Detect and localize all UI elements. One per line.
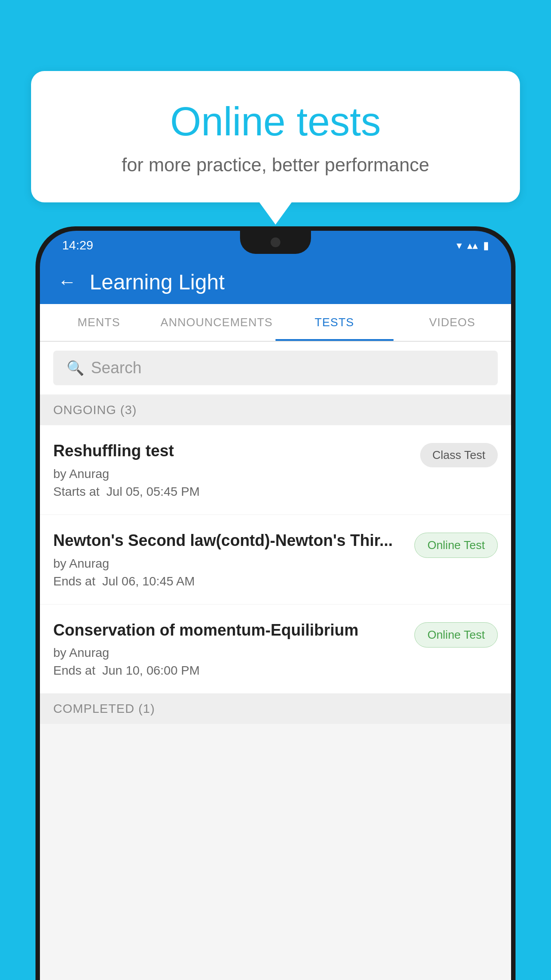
ongoing-section-header: ONGOING (3): [40, 395, 511, 425]
screen-content: MENTS ANNOUNCEMENTS TESTS VIDEOS 🔍 Searc…: [40, 304, 511, 980]
speech-bubble: Online tests for more practice, better p…: [31, 71, 520, 202]
test-date-2: Ends at Jul 06, 10:45 AM: [53, 574, 405, 589]
speech-bubble-subtitle: for more practice, better performance: [67, 154, 484, 176]
test-name-2: Newton's Second law(contd)-Newton's Thir…: [53, 530, 405, 551]
test-name-3: Conservation of momentum-Equilibrium: [53, 620, 405, 641]
wifi-icon: ▾: [457, 239, 462, 252]
test-badge-3: Online Test: [414, 622, 498, 648]
battery-icon: ▮: [483, 239, 489, 252]
status-time: 14:29: [62, 238, 93, 253]
status-icons: ▾ ▴▴ ▮: [457, 239, 489, 252]
completed-section-header: COMPLETED (1): [40, 694, 511, 724]
search-input[interactable]: Search: [91, 359, 142, 377]
status-bar: 14:29 ▾ ▴▴ ▮: [40, 231, 511, 260]
search-bar[interactable]: 🔍 Search: [53, 351, 498, 385]
back-button[interactable]: ←: [58, 271, 76, 292]
test-item[interactable]: Reshuffling test by Anurag Starts at Jul…: [40, 425, 511, 515]
app-title: Learning Light: [90, 270, 224, 294]
signal-icon: ▴▴: [467, 239, 478, 252]
search-container: 🔍 Search: [40, 342, 511, 394]
test-badge-2: Online Test: [414, 533, 498, 558]
test-by-2: by Anurag: [53, 557, 405, 571]
test-info-1: Reshuffling test by Anurag Starts at Jul…: [53, 441, 411, 499]
tab-announcements[interactable]: ANNOUNCEMENTS: [158, 304, 276, 341]
notch: [240, 231, 311, 254]
test-name-1: Reshuffling test: [53, 441, 411, 462]
phone-frame: 14:29 ▾ ▴▴ ▮ ← Learning Light MENTS ANNO…: [35, 226, 516, 980]
test-badge-1: Class Test: [420, 443, 498, 467]
test-date-3: Ends at Jun 10, 06:00 PM: [53, 664, 405, 678]
app-header: ← Learning Light: [40, 260, 511, 304]
search-icon: 🔍: [67, 360, 84, 376]
tabs-bar: MENTS ANNOUNCEMENTS TESTS VIDEOS: [40, 304, 511, 342]
speech-bubble-title: Online tests: [67, 98, 484, 146]
tab-ments[interactable]: MENTS: [40, 304, 158, 341]
test-item[interactable]: Conservation of momentum-Equilibrium by …: [40, 605, 511, 694]
test-by-1: by Anurag: [53, 467, 411, 481]
tab-tests[interactable]: TESTS: [276, 304, 394, 341]
test-item[interactable]: Newton's Second law(contd)-Newton's Thir…: [40, 515, 511, 605]
tab-videos[interactable]: VIDEOS: [394, 304, 512, 341]
phone-inner: 14:29 ▾ ▴▴ ▮ ← Learning Light MENTS ANNO…: [40, 231, 511, 980]
test-info-2: Newton's Second law(contd)-Newton's Thir…: [53, 530, 405, 589]
test-date-1: Starts at Jul 05, 05:45 PM: [53, 485, 411, 499]
camera-icon: [271, 237, 280, 247]
test-by-3: by Anurag: [53, 646, 405, 660]
test-info-3: Conservation of momentum-Equilibrium by …: [53, 620, 405, 678]
